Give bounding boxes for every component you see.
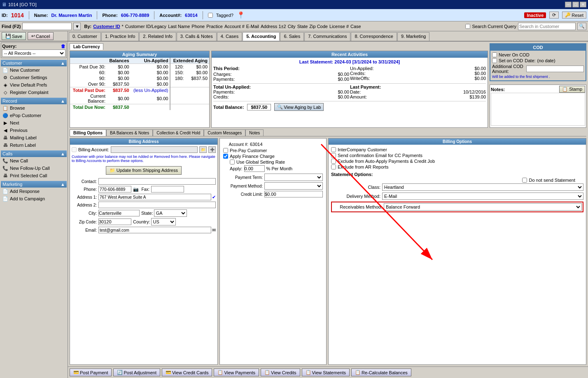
sidebar-item-next[interactable]: ▶ Next <box>1 119 67 127</box>
sidebar-item-followup-call[interactable]: 📞 New Follow-Up Call <box>1 164 67 172</box>
stamp-btn[interactable]: 📋 Stamp <box>559 86 585 93</box>
view-statements-btn[interactable]: 📋 View Statements <box>302 369 350 376</box>
by-account[interactable]: Account # <box>224 24 245 29</box>
query-dropdown[interactable]: -- All Records -- <box>2 49 65 57</box>
save-btn[interactable]: 💾 Save <box>2 32 26 40</box>
state-select[interactable]: GA <box>154 209 187 217</box>
address2-input[interactable] <box>98 202 216 208</box>
find-dropdown[interactable]: ▼ <box>73 23 81 30</box>
delivery-select[interactable]: E-Mail <box>382 193 583 200</box>
sidebar-item-add-response[interactable]: 📄 Add Response <box>1 188 67 195</box>
by-practice[interactable]: Practice <box>206 24 223 29</box>
contact-input[interactable] <box>98 178 216 185</box>
sidebar-item-new-call[interactable]: 📞 New Call <box>1 157 67 164</box>
billing-phone-input[interactable] <box>98 186 131 193</box>
by-lastname[interactable]: Last Name <box>168 24 190 29</box>
no-statement-checkbox[interactable] <box>522 178 527 183</box>
refresh-btn[interactable]: ⟳ <box>549 12 559 19</box>
additional-cod-input[interactable] <box>526 66 584 72</box>
email-icon[interactable]: ✉ <box>212 228 216 233</box>
payment-method-select[interactable] <box>264 182 323 190</box>
view-credit-cards-btn[interactable]: 💳 View Credit Cards <box>162 369 212 376</box>
minimize-btn[interactable]: ─ <box>565 2 572 7</box>
sidebar-item-print-call[interactable]: 🖶 Print Selected Call <box>1 172 67 179</box>
receivables-select[interactable]: Balance Forward <box>384 203 582 211</box>
search-in-input[interactable] <box>518 23 576 30</box>
global-rate-checkbox[interactable] <box>230 160 235 164</box>
query-clear-btn[interactable]: 🗑 <box>61 44 65 49</box>
credit-limit-input[interactable] <box>264 191 323 197</box>
exclude-auto-checkbox[interactable] <box>331 159 336 164</box>
tab-sales[interactable]: 6. Sales <box>280 32 304 41</box>
class-select[interactable]: Heartland <box>382 183 583 191</box>
by-zip[interactable]: Zip Code <box>309 24 328 29</box>
post-payment-btn[interactable]: 💳 Post Payment <box>70 369 112 376</box>
tab-cases[interactable]: 4. Cases <box>217 32 242 41</box>
finance-checkbox[interactable] <box>223 154 228 159</box>
subtab-billing-options[interactable]: Billing Options <box>70 129 106 136</box>
find-input[interactable] <box>22 23 72 30</box>
by-license[interactable]: License # <box>329 24 349 29</box>
never-cod-checkbox[interactable] <box>492 52 497 57</box>
prepay-checkbox[interactable] <box>223 148 228 153</box>
apply-input[interactable] <box>244 165 265 172</box>
tagged-checkbox[interactable] <box>208 13 213 18</box>
record-section-header[interactable]: Record ▲ <box>1 98 67 104</box>
notes-textarea[interactable] <box>491 93 585 126</box>
tab-accounting[interactable]: 5. Accounting <box>243 32 280 41</box>
tab-correspondence[interactable]: 8. Correspondence <box>351 32 397 41</box>
subtab-custom-messages[interactable]: Custom Messages <box>204 129 245 136</box>
by-email[interactable]: E-Mail <box>246 24 259 29</box>
by-case[interactable]: Case <box>350 24 361 29</box>
tab-practice[interactable]: 1. Practice Info <box>101 32 139 41</box>
intercompany-checkbox[interactable] <box>331 147 336 152</box>
update-shipping-btn[interactable]: 📁 Update from Shipping Address <box>106 166 182 175</box>
tab-related[interactable]: 2. Related Info <box>139 32 176 41</box>
lab-currency-tab[interactable]: Lab Currency <box>70 43 103 50</box>
reset-btn[interactable]: 🔑 Reset <box>562 12 586 19</box>
address1-verify-btn[interactable]: ✔ <box>212 195 216 200</box>
subtab-ba-balances[interactable]: BA Balances & Notes <box>106 129 153 136</box>
sidebar-item-customer-settings[interactable]: ⚙ Customer Settings <box>1 74 67 81</box>
send-confirm-checkbox[interactable] <box>331 153 336 158</box>
search-go-btn[interactable]: 🔍 <box>577 23 586 30</box>
by-state[interactable]: State <box>297 24 308 29</box>
tab-marketing[interactable]: 9. Marketing <box>397 32 430 41</box>
billing-account-input[interactable] <box>111 146 198 153</box>
by-customerid[interactable]: Customer ID <box>93 24 120 29</box>
by-phone[interactable]: Phone <box>191 24 205 29</box>
post-adjustment-btn[interactable]: 🔄 Post Adjustment <box>113 369 160 376</box>
fax-input[interactable] <box>151 186 184 193</box>
set-cod-checkbox[interactable] <box>492 58 497 63</box>
sidebar-item-mailing-label[interactable]: 🖶 Mailing Label <box>1 134 67 141</box>
zip-input[interactable] <box>98 218 131 225</box>
subtab-collection[interactable]: Collection & Credit Hold <box>153 129 204 136</box>
search-current-checkbox[interactable] <box>465 24 470 29</box>
sidebar-item-new-customer[interactable]: 📄 New Customer <box>1 66 67 74</box>
sidebar-item-register-complaint[interactable]: ◇ Register Complaint <box>1 89 67 96</box>
payment-term-select[interactable] <box>264 174 323 181</box>
country-select[interactable]: US <box>151 218 176 225</box>
by-legacy[interactable]: Customer ID/Legacy <box>125 24 166 29</box>
subtab-notes[interactable]: Notes <box>245 129 264 136</box>
by-address[interactable]: Address 1±2 <box>261 24 286 29</box>
cancel-btn[interactable]: ↩ Cancel <box>28 32 54 40</box>
tab-communications[interactable]: 7. Communications <box>304 32 350 41</box>
sidebar-item-previous[interactable]: ◀ Previous <box>1 127 67 134</box>
billing-account-checkbox[interactable] <box>72 147 77 152</box>
calls-section-header[interactable]: Calls ▲ <box>1 150 67 157</box>
billing-account-add-btn[interactable]: ➕ <box>208 146 216 153</box>
email-input[interactable] <box>98 227 211 233</box>
marketing-section-header[interactable]: Marketing ▲ <box>1 181 67 188</box>
customer-section-header[interactable]: Customer ▲ <box>1 60 67 66</box>
sidebar-item-add-campaign[interactable]: 📄 Add to Campaign <box>1 195 67 202</box>
by-city[interactable]: City <box>288 24 296 29</box>
maximize-btn[interactable]: □ <box>572 2 579 7</box>
close-btn[interactable]: ✕ <box>580 2 586 7</box>
view-aging-btn[interactable]: 🔍 View Aging by Lab <box>274 103 324 111</box>
address1-input[interactable] <box>98 194 211 200</box>
sidebar-item-epop[interactable]: 🔵 ePop Customer <box>1 112 67 119</box>
exclude-ar-checkbox[interactable] <box>331 164 336 169</box>
billing-account-folder-btn[interactable]: 📁 <box>199 146 207 153</box>
view-payments-btn[interactable]: 📋 View Payments <box>214 369 259 376</box>
